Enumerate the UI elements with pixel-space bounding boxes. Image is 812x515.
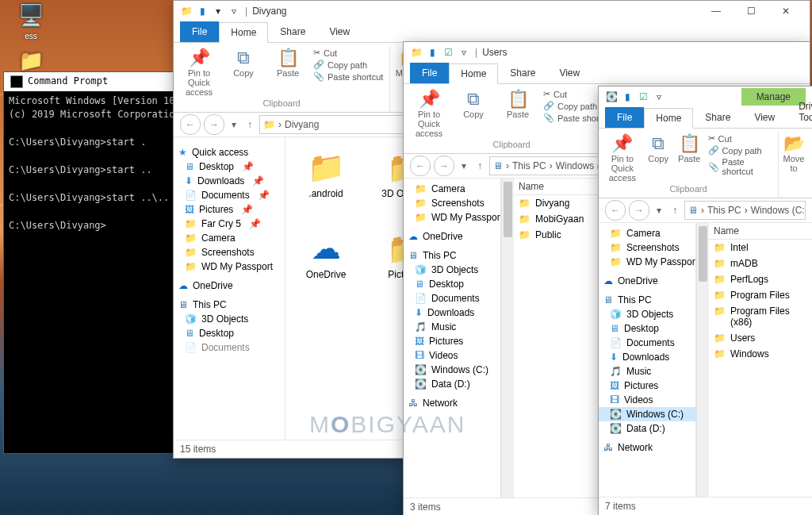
nav-item[interactable]: 📄Documents [404, 291, 500, 306]
recent-button[interactable]: ▾ [653, 201, 665, 220]
nav-item[interactable]: ⬇Downloads📌 [174, 174, 285, 188]
folder-item[interactable]: 📁Intel [709, 240, 812, 256]
tab-share[interactable]: Share [268, 21, 317, 42]
move-to-button[interactable]: 📂Move to [780, 133, 807, 173]
nav-item[interactable]: 🎵Music [404, 320, 500, 334]
nav-item[interactable]: 📁WD My Passport [404, 210, 500, 225]
nav-item[interactable]: 🖥Desktop [174, 326, 285, 340]
qat-item[interactable]: ▾ [212, 5, 224, 17]
back-button[interactable]: ← [180, 114, 201, 135]
qat-item[interactable]: ☑ [637, 90, 649, 103]
qat-overflow[interactable]: ▿ [458, 46, 470, 59]
folder-item[interactable]: 📁Program Files [709, 287, 812, 303]
copy-button[interactable]: ⧉Copy [454, 89, 492, 119]
nav-item[interactable]: 📄Documents [599, 336, 695, 350]
folder-item[interactable]: 📁Windows [709, 346, 812, 362]
folder-item[interactable]: 📁.android [298, 150, 354, 199]
nav-item[interactable]: 🖥Desktop📌 [174, 159, 285, 174]
tab-view[interactable]: View [317, 21, 362, 42]
pin-quick-access-button[interactable]: 📌Pin to Quick access [605, 133, 640, 183]
up-button[interactable]: ↑ [243, 115, 256, 134]
nav-item[interactable]: 📁Screenshots [174, 245, 285, 259]
paste-shortcut-button[interactable]: 📎Paste shortcut [313, 71, 383, 82]
tab-drive-tools[interactable]: Drive Tools [787, 96, 812, 128]
nav-item[interactable]: 🖼Pictures [404, 334, 500, 348]
tab-file[interactable]: File [605, 107, 644, 128]
nav-item[interactable]: 📄Documents📌 [174, 188, 285, 202]
nav-item[interactable]: 📁WD My Passport [174, 259, 285, 274]
paste-button[interactable]: 📋Paste [269, 48, 307, 78]
nav-item[interactable]: 💽Data (D:) [599, 421, 695, 436]
terminal-output[interactable]: Microsoft Windows [Version 10. (c) 2019 … [4, 91, 191, 236]
folder-item[interactable]: 📁Program Files (x86) [709, 303, 812, 330]
scroll-thumb[interactable] [504, 182, 512, 237]
onedrive-group[interactable]: ☁OneDrive [404, 229, 500, 244]
nav-item[interactable]: 📁Screenshots [404, 196, 500, 210]
copy-path-button[interactable]: 🔗Copy path [708, 145, 772, 156]
onedrive-group[interactable]: ☁OneDrive [174, 279, 285, 293]
tab-view[interactable]: View [742, 107, 787, 128]
quick-access-group[interactable]: ★Quick access [174, 145, 285, 159]
tab-view[interactable]: View [547, 63, 592, 83]
breadcrumb[interactable]: 🖥 › This PC › Windows (C:) [684, 201, 806, 220]
this-pc-group[interactable]: 🖥This PC [404, 248, 500, 263]
titlebar[interactable]: 📁 ▮ ▾ ▿ | Divyang — ☐ ✕ [174, 1, 810, 21]
folder-item[interactable]: 📁mADB [709, 256, 812, 271]
copy-button[interactable]: ⧉Copy [224, 48, 262, 78]
copy-path-button[interactable]: 🔗Copy path [313, 60, 383, 70]
qat-item[interactable]: ▮ [196, 5, 209, 17]
command-prompt-window[interactable]: C:\ Command Prompt Microsoft Windows [Ve… [3, 71, 192, 454]
paste-button[interactable]: 📋Paste [499, 89, 537, 119]
tab-share[interactable]: Share [498, 63, 547, 83]
nav-item[interactable]: 🎵Music [599, 364, 695, 379]
back-button[interactable]: ← [605, 200, 626, 221]
forward-button[interactable]: → [629, 200, 649, 221]
nav-item[interactable]: 📁Camera [404, 182, 500, 196]
nav-item[interactable]: 🧊3D Objects [404, 263, 500, 277]
nav-item[interactable]: 🧊3D Objects [174, 312, 285, 326]
cut-button[interactable]: ✂Cut [313, 48, 383, 58]
up-button[interactable]: ↑ [668, 201, 681, 220]
copy-button[interactable]: ⧉Copy [646, 133, 671, 163]
up-button[interactable]: ↑ [473, 156, 486, 175]
pin-quick-access-button[interactable]: 📌Pin to Quick access [180, 48, 218, 97]
nav-item[interactable]: 🧊3D Objects [599, 307, 695, 321]
nav-item[interactable]: 📄Documents [174, 340, 285, 355]
onedrive-group[interactable]: ☁OneDrive [599, 274, 695, 288]
nav-item[interactable]: 🎞Videos [404, 348, 500, 363]
tab-file[interactable]: File [410, 63, 449, 83]
network-group[interactable]: 🖧Network [404, 396, 500, 410]
qat-item[interactable]: ▮ [621, 90, 634, 103]
nav-item[interactable]: 📁Screenshots [599, 240, 695, 255]
recent-button[interactable]: ▾ [458, 156, 470, 175]
nav-item[interactable]: 🖥Desktop [599, 321, 695, 336]
forward-button[interactable]: → [434, 156, 454, 176]
nav-item[interactable]: 💽Windows (C:) [404, 363, 500, 377]
nav-item[interactable]: 📁WD My Passport [599, 255, 695, 269]
paste-button[interactable]: 📋Paste [677, 133, 702, 163]
navigation-pane[interactable]: 📁Camera 📁Screenshots 📁WD My Passport ☁On… [599, 223, 696, 497]
tab-share[interactable]: Share [693, 107, 742, 128]
recent-button[interactable]: ▾ [228, 115, 240, 134]
back-button[interactable]: ← [410, 156, 431, 176]
nav-item[interactable]: ⬇Downloads [599, 350, 695, 364]
network-group[interactable]: 🖧Network [599, 440, 695, 455]
qat-overflow[interactable]: ▿ [228, 5, 240, 17]
nav-scrollbar[interactable] [501, 179, 514, 498]
cut-button[interactable]: ✂Cut [708, 133, 772, 144]
content-pane[interactable]: Name 📁Intel 📁mADB 📁PerfLogs 📁Program Fil… [709, 223, 812, 497]
paste-shortcut-button[interactable]: 📎Paste shortcut [708, 157, 772, 176]
nav-item[interactable]: 🖼Pictures [599, 379, 695, 393]
column-header[interactable]: Name [709, 223, 812, 240]
scroll-thumb[interactable] [699, 226, 707, 282]
nav-item[interactable]: 🖥Desktop [404, 277, 500, 291]
maximize-button[interactable]: ☐ [733, 1, 768, 21]
this-pc-group[interactable]: 🖥This PC [174, 298, 285, 312]
folder-item[interactable]: ☁OneDrive [298, 231, 354, 280]
nav-scrollbar[interactable] [696, 223, 709, 497]
nav-item[interactable]: 💽Data (D:) [404, 377, 500, 391]
tab-home[interactable]: Home [219, 22, 268, 43]
folder-item[interactable]: 📁Users [709, 330, 812, 346]
minimize-button[interactable]: — [699, 1, 733, 21]
desktop-shortcut[interactable]: 🖥️ess [3, 0, 59, 40]
